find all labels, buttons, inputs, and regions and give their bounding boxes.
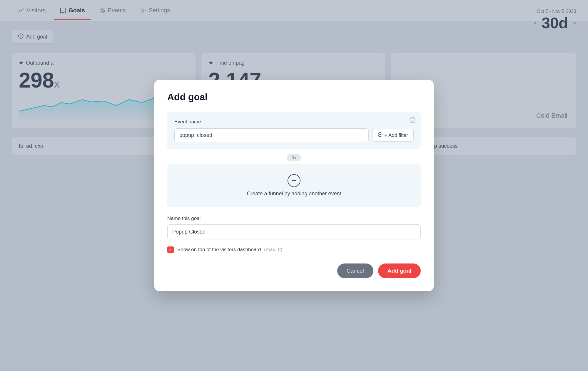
modal-title: Add goal [167, 92, 421, 103]
dashboard-checkbox[interactable]: ✓ [167, 246, 174, 253]
event-name-label: Event name [174, 119, 414, 125]
background-page: Visitors Goals Events [0, 0, 588, 371]
event-section: Event name + Add filter [167, 112, 421, 149]
add-filter-button[interactable]: + Add filter [372, 129, 414, 142]
goal-name-input[interactable] [167, 224, 421, 239]
event-input-row: + Add filter [174, 128, 414, 142]
connector-badge: 0x [287, 154, 301, 161]
check-icon: ✓ [169, 247, 172, 252]
checkbox-row: ✓ Show on top of the visitors dashboard … [167, 246, 421, 253]
add-funnel-icon [288, 174, 300, 187]
event-name-input[interactable] [174, 128, 369, 142]
add-funnel-text: Create a funnel by adding another event [247, 191, 341, 197]
remove-event-button[interactable] [408, 116, 417, 124]
plus-circle-icon [378, 132, 382, 138]
action-buttons: Cancel Add goal [167, 263, 421, 278]
add-goal-modal-button[interactable]: Add goal [378, 263, 421, 278]
name-goal-label: Name this goal [167, 216, 421, 221]
connector: 0x [167, 154, 421, 161]
add-funnel-section[interactable]: Create a funnel by adding another event [167, 164, 421, 207]
name-section: Name this goal [167, 216, 421, 239]
cancel-button[interactable]: Cancel [337, 263, 373, 278]
checkbox-label: Show on top of the visitors dashboard (m… [177, 247, 283, 253]
add-goal-modal: Add goal Event name + Add filter [154, 80, 434, 291]
modal-overlay: Add goal Event name + Add filter [0, 0, 588, 371]
